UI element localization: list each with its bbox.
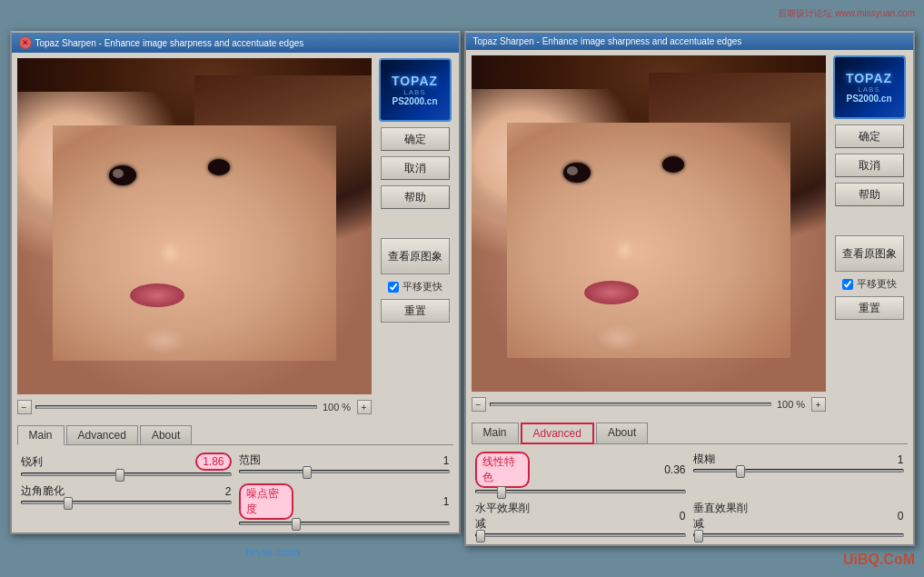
right-control-row-2: 水平效果削减 0 垂直效果削减 0 [475,501,904,537]
left-range-slider-container [239,470,450,473]
left-zoom-out-button[interactable]: − [17,400,32,414]
left-pan-fast-row: 平移更快 [388,280,442,293]
left-preview-area: − 100 % + [17,58,372,416]
right-zoom-label: 100 % [775,399,808,410]
right-blur-slider-track[interactable] [693,469,904,473]
left-reset-button[interactable]: 重置 [381,299,450,323]
left-cancel-button[interactable]: 取消 [381,156,450,180]
right-v-reduce-control: 垂直效果削减 0 [693,501,904,537]
left-corner-control: 边角脆化 2 [21,483,232,504]
right-h-reduce-slider-track[interactable] [475,533,686,537]
right-sidebar: TOPAZ LABS PS2000.cn 确定 取消 帮助 查看原图象 平移更快… [831,55,908,413]
left-title-text: Topaz Sharpen - Enhance image sharpness … [35,38,304,48]
right-tab-about[interactable]: About [596,423,648,443]
left-noise-slider-thumb[interactable] [292,518,301,531]
right-pan-fast-checkbox[interactable] [842,279,853,290]
left-sharp-label: 锐利 [21,454,75,470]
right-zoom-in-button[interactable]: + [811,397,826,412]
left-control-row-2: 边角脆化 2 噪点密度 1 [21,483,450,525]
right-confirm-button[interactable]: 确定 [835,124,904,148]
left-zoom-track[interactable] [35,405,317,409]
left-pan-fast-label: 平移更快 [402,280,442,293]
right-h-reduce-value: 0 [653,510,686,522]
left-noise-slider-track[interactable] [239,522,450,525]
right-plugin-window: Topaz Sharpen - Enhance image sharpness … [464,31,915,546]
watermark-top: 后期设计论坛 www.missyuan.com [778,7,915,20]
left-zoom-in-button[interactable]: + [357,400,372,414]
left-tab-list: Main Advanced About [17,425,453,445]
left-sharp-slider-thumb[interactable] [115,469,124,482]
left-tab-about[interactable]: About [140,425,192,444]
left-logo-text: TOPAZ [392,74,438,88]
right-zoom-track[interactable] [490,403,771,406]
left-confirm-button[interactable]: 确定 [381,127,450,151]
left-tab-main[interactable]: Main [17,425,65,445]
dual-container: ✕ Topaz Sharpen - Enhance image sharpnes… [10,31,915,546]
left-range-label: 范围 [239,453,293,468]
left-noise-label: 噪点密度 [239,483,293,520]
left-zoom-bar: − 100 % + [17,398,372,416]
left-controls-area: 锐利 1.86 范围 1 [12,445,459,532]
right-h-reduce-label: 水平效果削减 [475,501,530,532]
right-logo-ps: PS2000.cn [846,94,891,104]
left-range-slider-thumb[interactable] [303,466,312,479]
right-view-original-button[interactable]: 查看原图象 [835,235,904,272]
right-tab-main[interactable]: Main [472,423,519,443]
right-tab-list: Main Advanced About [472,423,908,444]
left-control-row-1: 锐利 1.86 范围 1 [21,453,450,476]
right-preview-image [472,55,826,392]
right-linear-value: 0.36 [653,463,686,476]
left-title-bar: ✕ Topaz Sharpen - Enhance image sharpnes… [12,33,459,53]
right-zoom-out-button[interactable]: − [472,397,486,412]
left-range-control: 范围 1 [239,453,450,473]
right-controls-area: 线性特色 0.36 模糊 1 [466,444,913,544]
left-sharp-slider-track[interactable] [21,473,232,476]
left-corner-slider-container [21,501,232,504]
left-corner-slider-track[interactable] [21,501,232,504]
left-view-original-button[interactable]: 查看原图象 [381,238,450,274]
right-cancel-button[interactable]: 取消 [835,154,904,177]
left-logo-sub: LABS [403,88,425,96]
right-blur-slider-thumb[interactable] [736,465,745,478]
right-h-reduce-slider-thumb[interactable] [476,530,485,542]
left-help-button[interactable]: 帮助 [381,185,450,209]
right-topaz-logo: TOPAZ LABS PS2000.cn [833,55,906,119]
watermark-bottom-left: fevte.com [245,545,301,559]
right-help-button[interactable]: 帮助 [835,183,904,206]
right-face-image [472,55,826,392]
right-linear-slider-thumb[interactable] [497,486,506,499]
left-close-button[interactable]: ✕ [19,36,32,49]
left-range-slider-track[interactable] [239,470,450,473]
left-noise-control: 噪点密度 1 [239,483,450,525]
right-linear-control: 线性特色 0.36 [475,452,686,493]
left-corner-value: 2 [199,485,232,498]
right-h-reduce-slider-container [475,533,686,537]
left-preview-image [17,58,372,394]
right-window-body: − 100 % + TOPAZ LABS PS2000.cn 确定 取消 帮助 … [466,50,913,419]
right-logo-text: TOPAZ [846,71,892,85]
left-noise-value: 1 [417,495,450,508]
right-blur-slider-container [693,469,904,473]
right-v-reduce-slider-thumb[interactable] [694,530,703,542]
left-corner-slider-thumb[interactable] [64,497,73,510]
right-v-reduce-value: 0 [871,510,904,522]
right-v-reduce-label: 垂直效果削减 [693,501,748,532]
left-sharp-value: 1.86 [195,453,231,471]
right-linear-slider-track[interactable] [475,490,686,493]
left-pan-fast-checkbox[interactable] [388,282,399,293]
left-zoom-label: 100 % [321,402,353,413]
right-title-text: Topaz Sharpen - Enhance image sharpness … [473,36,742,46]
watermark-bottom-right: UiBQ.CoM [843,552,915,568]
left-tab-advanced[interactable]: Advanced [66,425,138,444]
left-sharp-slider-container [21,473,232,476]
right-reset-button[interactable]: 重置 [835,296,904,320]
right-blur-control: 模糊 1 [693,452,904,473]
right-title-bar: Topaz Sharpen - Enhance image sharpness … [466,33,913,50]
right-v-reduce-slider-track[interactable] [693,533,904,537]
right-pan-fast-label: 平移更快 [857,277,897,291]
left-tabs-area: Main Advanced About [12,422,459,445]
right-control-row-1: 线性特色 0.36 模糊 1 [475,452,904,493]
right-h-reduce-control: 水平效果削减 0 [475,501,686,537]
left-window-body: − 100 % + TOPAZ LABS PS2000.cn 确定 取消 帮助 … [12,53,459,422]
right-tab-advanced[interactable]: Advanced [521,423,594,444]
